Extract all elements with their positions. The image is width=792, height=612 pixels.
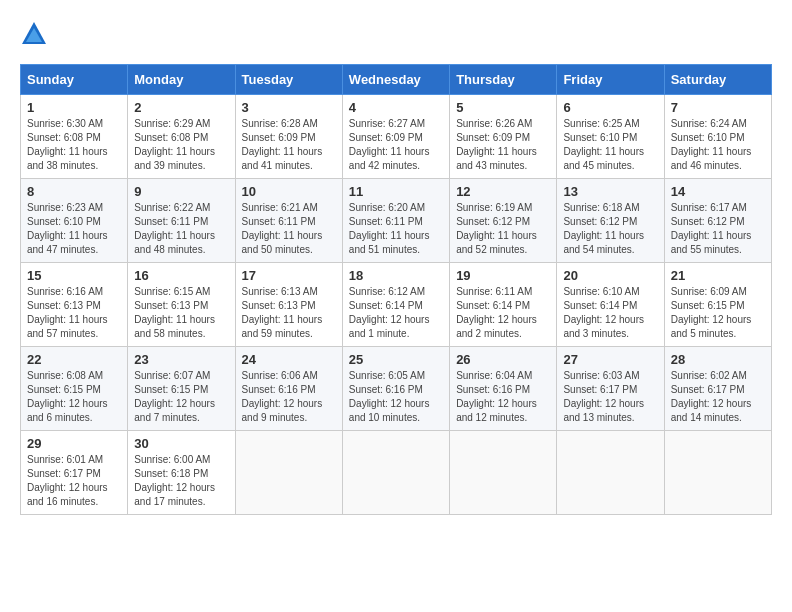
day-number: 3	[242, 100, 336, 115]
cell-details: Sunrise: 6:11 AMSunset: 6:14 PMDaylight:…	[456, 285, 550, 341]
cell-details: Sunrise: 6:26 AMSunset: 6:09 PMDaylight:…	[456, 117, 550, 173]
calendar-week-row: 22Sunrise: 6:08 AMSunset: 6:15 PMDayligh…	[21, 347, 772, 431]
calendar-week-row: 1Sunrise: 6:30 AMSunset: 6:08 PMDaylight…	[21, 95, 772, 179]
cell-details: Sunrise: 6:01 AMSunset: 6:17 PMDaylight:…	[27, 453, 121, 509]
calendar-cell: 20Sunrise: 6:10 AMSunset: 6:14 PMDayligh…	[557, 263, 664, 347]
calendar-cell: 8Sunrise: 6:23 AMSunset: 6:10 PMDaylight…	[21, 179, 128, 263]
calendar-cell: 15Sunrise: 6:16 AMSunset: 6:13 PMDayligh…	[21, 263, 128, 347]
cell-details: Sunrise: 6:25 AMSunset: 6:10 PMDaylight:…	[563, 117, 657, 173]
calendar-cell: 18Sunrise: 6:12 AMSunset: 6:14 PMDayligh…	[342, 263, 449, 347]
cell-details: Sunrise: 6:08 AMSunset: 6:15 PMDaylight:…	[27, 369, 121, 425]
column-header-sunday: Sunday	[21, 65, 128, 95]
day-number: 8	[27, 184, 121, 199]
calendar-cell: 25Sunrise: 6:05 AMSunset: 6:16 PMDayligh…	[342, 347, 449, 431]
cell-details: Sunrise: 6:09 AMSunset: 6:15 PMDaylight:…	[671, 285, 765, 341]
cell-details: Sunrise: 6:13 AMSunset: 6:13 PMDaylight:…	[242, 285, 336, 341]
day-number: 7	[671, 100, 765, 115]
day-number: 26	[456, 352, 550, 367]
day-number: 2	[134, 100, 228, 115]
cell-details: Sunrise: 6:16 AMSunset: 6:13 PMDaylight:…	[27, 285, 121, 341]
cell-details: Sunrise: 6:07 AMSunset: 6:15 PMDaylight:…	[134, 369, 228, 425]
cell-details: Sunrise: 6:03 AMSunset: 6:17 PMDaylight:…	[563, 369, 657, 425]
cell-details: Sunrise: 6:19 AMSunset: 6:12 PMDaylight:…	[456, 201, 550, 257]
day-number: 16	[134, 268, 228, 283]
calendar-cell: 19Sunrise: 6:11 AMSunset: 6:14 PMDayligh…	[450, 263, 557, 347]
logo	[20, 20, 52, 48]
calendar-cell	[450, 431, 557, 515]
day-number: 1	[27, 100, 121, 115]
calendar-cell: 28Sunrise: 6:02 AMSunset: 6:17 PMDayligh…	[664, 347, 771, 431]
cell-details: Sunrise: 6:06 AMSunset: 6:16 PMDaylight:…	[242, 369, 336, 425]
calendar-cell: 29Sunrise: 6:01 AMSunset: 6:17 PMDayligh…	[21, 431, 128, 515]
cell-details: Sunrise: 6:27 AMSunset: 6:09 PMDaylight:…	[349, 117, 443, 173]
calendar-cell: 14Sunrise: 6:17 AMSunset: 6:12 PMDayligh…	[664, 179, 771, 263]
calendar-cell: 11Sunrise: 6:20 AMSunset: 6:11 PMDayligh…	[342, 179, 449, 263]
calendar-week-row: 29Sunrise: 6:01 AMSunset: 6:17 PMDayligh…	[21, 431, 772, 515]
cell-details: Sunrise: 6:10 AMSunset: 6:14 PMDaylight:…	[563, 285, 657, 341]
calendar-cell	[557, 431, 664, 515]
day-number: 22	[27, 352, 121, 367]
day-number: 19	[456, 268, 550, 283]
cell-details: Sunrise: 6:24 AMSunset: 6:10 PMDaylight:…	[671, 117, 765, 173]
column-header-thursday: Thursday	[450, 65, 557, 95]
column-header-monday: Monday	[128, 65, 235, 95]
cell-details: Sunrise: 6:00 AMSunset: 6:18 PMDaylight:…	[134, 453, 228, 509]
calendar-cell: 6Sunrise: 6:25 AMSunset: 6:10 PMDaylight…	[557, 95, 664, 179]
column-header-tuesday: Tuesday	[235, 65, 342, 95]
day-number: 11	[349, 184, 443, 199]
cell-details: Sunrise: 6:17 AMSunset: 6:12 PMDaylight:…	[671, 201, 765, 257]
cell-details: Sunrise: 6:02 AMSunset: 6:17 PMDaylight:…	[671, 369, 765, 425]
cell-details: Sunrise: 6:18 AMSunset: 6:12 PMDaylight:…	[563, 201, 657, 257]
cell-details: Sunrise: 6:29 AMSunset: 6:08 PMDaylight:…	[134, 117, 228, 173]
cell-details: Sunrise: 6:04 AMSunset: 6:16 PMDaylight:…	[456, 369, 550, 425]
day-number: 27	[563, 352, 657, 367]
day-number: 12	[456, 184, 550, 199]
cell-details: Sunrise: 6:28 AMSunset: 6:09 PMDaylight:…	[242, 117, 336, 173]
calendar-cell: 30Sunrise: 6:00 AMSunset: 6:18 PMDayligh…	[128, 431, 235, 515]
calendar-cell: 21Sunrise: 6:09 AMSunset: 6:15 PMDayligh…	[664, 263, 771, 347]
page-header	[20, 20, 772, 48]
calendar-cell: 22Sunrise: 6:08 AMSunset: 6:15 PMDayligh…	[21, 347, 128, 431]
calendar-cell: 1Sunrise: 6:30 AMSunset: 6:08 PMDaylight…	[21, 95, 128, 179]
calendar-cell: 23Sunrise: 6:07 AMSunset: 6:15 PMDayligh…	[128, 347, 235, 431]
calendar-cell: 5Sunrise: 6:26 AMSunset: 6:09 PMDaylight…	[450, 95, 557, 179]
calendar-cell: 24Sunrise: 6:06 AMSunset: 6:16 PMDayligh…	[235, 347, 342, 431]
cell-details: Sunrise: 6:22 AMSunset: 6:11 PMDaylight:…	[134, 201, 228, 257]
column-header-saturday: Saturday	[664, 65, 771, 95]
calendar-cell: 2Sunrise: 6:29 AMSunset: 6:08 PMDaylight…	[128, 95, 235, 179]
day-number: 9	[134, 184, 228, 199]
calendar-cell: 10Sunrise: 6:21 AMSunset: 6:11 PMDayligh…	[235, 179, 342, 263]
calendar-header-row: SundayMondayTuesdayWednesdayThursdayFrid…	[21, 65, 772, 95]
cell-details: Sunrise: 6:30 AMSunset: 6:08 PMDaylight:…	[27, 117, 121, 173]
day-number: 15	[27, 268, 121, 283]
calendar-table: SundayMondayTuesdayWednesdayThursdayFrid…	[20, 64, 772, 515]
calendar-cell: 27Sunrise: 6:03 AMSunset: 6:17 PMDayligh…	[557, 347, 664, 431]
calendar-week-row: 15Sunrise: 6:16 AMSunset: 6:13 PMDayligh…	[21, 263, 772, 347]
day-number: 25	[349, 352, 443, 367]
calendar-cell: 9Sunrise: 6:22 AMSunset: 6:11 PMDaylight…	[128, 179, 235, 263]
calendar-cell	[342, 431, 449, 515]
day-number: 13	[563, 184, 657, 199]
day-number: 14	[671, 184, 765, 199]
cell-details: Sunrise: 6:12 AMSunset: 6:14 PMDaylight:…	[349, 285, 443, 341]
day-number: 28	[671, 352, 765, 367]
calendar-cell: 26Sunrise: 6:04 AMSunset: 6:16 PMDayligh…	[450, 347, 557, 431]
day-number: 18	[349, 268, 443, 283]
day-number: 21	[671, 268, 765, 283]
calendar-cell: 13Sunrise: 6:18 AMSunset: 6:12 PMDayligh…	[557, 179, 664, 263]
day-number: 29	[27, 436, 121, 451]
column-header-wednesday: Wednesday	[342, 65, 449, 95]
calendar-cell	[664, 431, 771, 515]
cell-details: Sunrise: 6:21 AMSunset: 6:11 PMDaylight:…	[242, 201, 336, 257]
day-number: 23	[134, 352, 228, 367]
column-header-friday: Friday	[557, 65, 664, 95]
calendar-cell: 4Sunrise: 6:27 AMSunset: 6:09 PMDaylight…	[342, 95, 449, 179]
day-number: 17	[242, 268, 336, 283]
calendar-cell	[235, 431, 342, 515]
day-number: 24	[242, 352, 336, 367]
day-number: 4	[349, 100, 443, 115]
day-number: 20	[563, 268, 657, 283]
logo-icon	[20, 20, 48, 48]
cell-details: Sunrise: 6:15 AMSunset: 6:13 PMDaylight:…	[134, 285, 228, 341]
day-number: 30	[134, 436, 228, 451]
